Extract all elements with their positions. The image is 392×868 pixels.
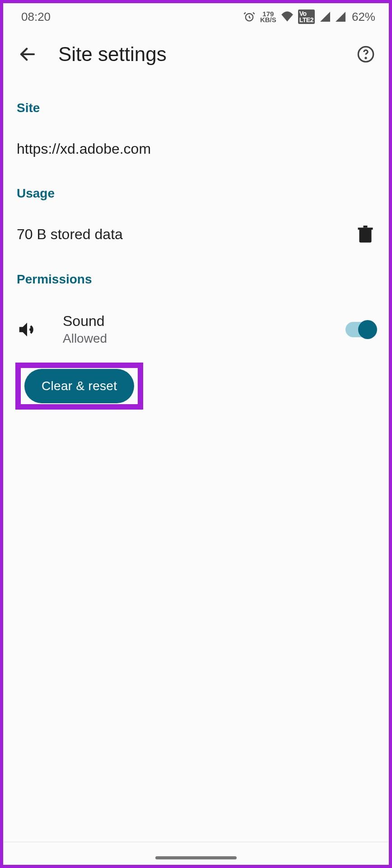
sound-icon: [17, 319, 37, 340]
permission-name: Sound: [63, 313, 320, 330]
usage-value: 70 B stored data: [17, 226, 357, 243]
network-speed-indicator: 179 KB/S: [260, 11, 276, 23]
permissions-section-label: Permissions: [3, 260, 389, 294]
clear-reset-button[interactable]: Clear & reset: [24, 369, 134, 403]
app-bar: Site settings: [3, 30, 389, 78]
gesture-bar: [155, 856, 237, 859]
permission-status: Allowed: [63, 331, 320, 346]
svg-point-3: [365, 57, 366, 58]
page-title: Site settings: [58, 43, 336, 66]
site-url[interactable]: https://xd.adobe.com: [3, 123, 389, 177]
signal-icon-2: [336, 12, 345, 22]
annotation-highlight: Clear & reset: [15, 363, 143, 410]
back-button[interactable]: [17, 43, 38, 65]
permission-sound-row[interactable]: Sound Allowed: [3, 294, 389, 365]
usage-section-label: Usage: [3, 177, 389, 208]
help-button[interactable]: [356, 45, 375, 64]
status-right: 179 KB/S VoLTE2 62%: [243, 9, 375, 24]
divider: [3, 842, 389, 842]
usage-row: 70 B stored data: [3, 208, 389, 260]
wifi-icon: [281, 11, 294, 22]
status-bar: 08:20 179 KB/S VoLTE2 62%: [3, 3, 389, 30]
site-section-label: Site: [3, 78, 389, 123]
battery-percentage: 62%: [352, 10, 375, 24]
signal-icon-1: [320, 12, 330, 22]
alarm-icon: [243, 10, 256, 23]
status-time: 08:20: [21, 10, 51, 24]
volte-badge: VoLTE2: [298, 9, 315, 24]
sound-toggle[interactable]: [345, 322, 375, 337]
delete-storage-button[interactable]: [357, 224, 375, 244]
